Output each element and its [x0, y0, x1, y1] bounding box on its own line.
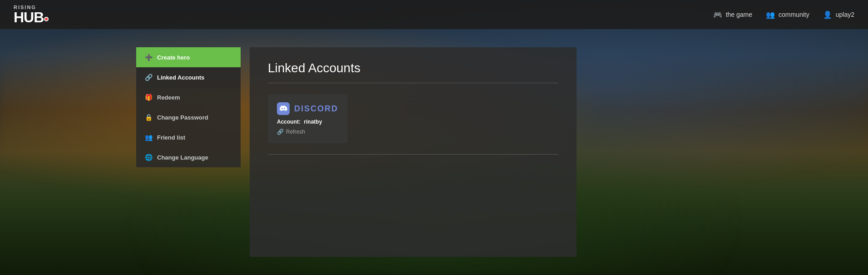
sidebar-item-change-password[interactable]: 🔒 Change Password: [136, 107, 241, 127]
game-icon: 🎮: [713, 10, 722, 19]
discord-account-label: Account:: [277, 119, 301, 125]
discord-refresh-label: Refresh: [286, 129, 305, 135]
discord-refresh-button[interactable]: 🔗 Refresh: [277, 129, 338, 135]
sidebar-label-linked-accounts: Linked Accounts: [157, 74, 204, 81]
discord-card: DISCORD Account: rinatby 🔗 Refresh: [268, 94, 347, 143]
community-icon: 👥: [766, 10, 775, 19]
nav-label-uplay: uplay2: [836, 11, 854, 18]
logo-hub: hub: [14, 10, 49, 25]
lock-icon: 🔒: [144, 114, 153, 121]
sidebar-item-change-language[interactable]: 🌐 Change Language: [136, 147, 241, 167]
title-divider: [268, 83, 558, 83]
nav-label-the-game: the game: [726, 11, 752, 18]
link-icon: 🔗: [144, 74, 153, 81]
discord-logo-icon: [277, 102, 290, 115]
plus-icon: ➕: [144, 54, 153, 61]
sidebar-item-linked-accounts[interactable]: 🔗 Linked Accounts: [136, 67, 241, 87]
sidebar-label-redeem: Redeem: [157, 94, 180, 101]
nav-item-community[interactable]: 👥 community: [766, 10, 809, 19]
navbar: RISING hub 🎮 the game 👥 community 👤 upla…: [0, 0, 868, 29]
logo-dot: [44, 17, 49, 21]
logo-text: RISING hub: [14, 5, 49, 25]
user-icon: 👤: [823, 10, 832, 19]
sidebar-label-friend-list: Friend list: [157, 134, 185, 141]
nav-item-the-game[interactable]: 🎮 the game: [713, 10, 752, 19]
sidebar-label-create-hero: Create hero: [157, 54, 190, 61]
page-title: Linked Accounts: [268, 61, 558, 75]
bottom-divider: [268, 154, 558, 155]
discord-account-info: Account: rinatby: [277, 119, 338, 125]
nav-label-community: community: [779, 11, 809, 18]
sidebar-item-create-hero[interactable]: ➕ Create hero: [136, 47, 241, 67]
gift-icon: 🎁: [144, 94, 153, 101]
language-icon: 🌐: [144, 154, 153, 161]
main-content: ➕ Create hero 🔗 Linked Accounts 🎁 Redeem…: [0, 29, 868, 275]
discord-name: DISCORD: [294, 104, 338, 114]
content-panel: Linked Accounts DISCORD Account: rinatby…: [250, 47, 577, 257]
logo[interactable]: RISING hub: [14, 5, 49, 25]
sidebar-item-redeem[interactable]: 🎁 Redeem: [136, 87, 241, 107]
sidebar: ➕ Create hero 🔗 Linked Accounts 🎁 Redeem…: [136, 47, 241, 257]
refresh-icon: 🔗: [277, 129, 284, 135]
sidebar-label-change-language: Change Language: [157, 154, 208, 161]
discord-header: DISCORD: [277, 102, 338, 115]
nav-item-uplay[interactable]: 👤 uplay2: [823, 10, 854, 19]
sidebar-label-change-password: Change Password: [157, 114, 208, 121]
discord-account-value: rinatby: [304, 119, 322, 125]
navbar-nav: 🎮 the game 👥 community 👤 uplay2: [713, 10, 854, 19]
sidebar-item-friend-list[interactable]: 👥 Friend list: [136, 127, 241, 147]
friends-icon: 👥: [144, 134, 153, 141]
